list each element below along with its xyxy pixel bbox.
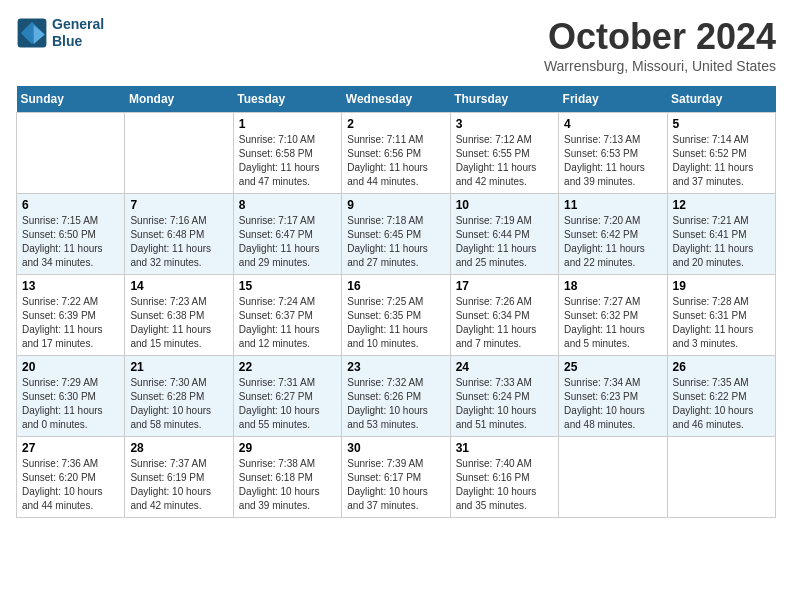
calendar-cell: 19Sunrise: 7:28 AM Sunset: 6:31 PM Dayli… [667,275,775,356]
day-number: 20 [22,360,119,374]
day-info: Sunrise: 7:34 AM Sunset: 6:23 PM Dayligh… [564,376,661,432]
day-info: Sunrise: 7:32 AM Sunset: 6:26 PM Dayligh… [347,376,444,432]
day-number: 28 [130,441,227,455]
day-number: 21 [130,360,227,374]
day-number: 4 [564,117,661,131]
day-info: Sunrise: 7:39 AM Sunset: 6:17 PM Dayligh… [347,457,444,513]
day-number: 31 [456,441,553,455]
weekday-header: Tuesday [233,86,341,113]
calendar-cell: 21Sunrise: 7:30 AM Sunset: 6:28 PM Dayli… [125,356,233,437]
day-number: 19 [673,279,770,293]
day-number: 12 [673,198,770,212]
calendar-cell: 28Sunrise: 7:37 AM Sunset: 6:19 PM Dayli… [125,437,233,518]
day-info: Sunrise: 7:14 AM Sunset: 6:52 PM Dayligh… [673,133,770,189]
day-number: 30 [347,441,444,455]
calendar-cell: 22Sunrise: 7:31 AM Sunset: 6:27 PM Dayli… [233,356,341,437]
calendar-cell: 23Sunrise: 7:32 AM Sunset: 6:26 PM Dayli… [342,356,450,437]
day-info: Sunrise: 7:17 AM Sunset: 6:47 PM Dayligh… [239,214,336,270]
calendar-cell: 30Sunrise: 7:39 AM Sunset: 6:17 PM Dayli… [342,437,450,518]
day-number: 17 [456,279,553,293]
calendar-cell: 3Sunrise: 7:12 AM Sunset: 6:55 PM Daylig… [450,113,558,194]
day-number: 9 [347,198,444,212]
calendar-cell: 20Sunrise: 7:29 AM Sunset: 6:30 PM Dayli… [17,356,125,437]
calendar-body: 1Sunrise: 7:10 AM Sunset: 6:58 PM Daylig… [17,113,776,518]
month-title: October 2024 [544,16,776,58]
day-info: Sunrise: 7:20 AM Sunset: 6:42 PM Dayligh… [564,214,661,270]
day-number: 1 [239,117,336,131]
day-number: 5 [673,117,770,131]
day-info: Sunrise: 7:40 AM Sunset: 6:16 PM Dayligh… [456,457,553,513]
day-number: 24 [456,360,553,374]
calendar-cell: 24Sunrise: 7:33 AM Sunset: 6:24 PM Dayli… [450,356,558,437]
day-info: Sunrise: 7:21 AM Sunset: 6:41 PM Dayligh… [673,214,770,270]
calendar-cell: 16Sunrise: 7:25 AM Sunset: 6:35 PM Dayli… [342,275,450,356]
calendar-cell: 27Sunrise: 7:36 AM Sunset: 6:20 PM Dayli… [17,437,125,518]
calendar-week-row: 13Sunrise: 7:22 AM Sunset: 6:39 PM Dayli… [17,275,776,356]
day-number: 3 [456,117,553,131]
calendar-cell: 5Sunrise: 7:14 AM Sunset: 6:52 PM Daylig… [667,113,775,194]
day-number: 15 [239,279,336,293]
calendar-cell: 1Sunrise: 7:10 AM Sunset: 6:58 PM Daylig… [233,113,341,194]
day-number: 25 [564,360,661,374]
day-info: Sunrise: 7:38 AM Sunset: 6:18 PM Dayligh… [239,457,336,513]
logo: General Blue [16,16,104,50]
day-number: 18 [564,279,661,293]
calendar-cell: 11Sunrise: 7:20 AM Sunset: 6:42 PM Dayli… [559,194,667,275]
logo-icon [16,17,48,49]
page-header: General Blue October 2024 Warrensburg, M… [16,16,776,74]
calendar-week-row: 27Sunrise: 7:36 AM Sunset: 6:20 PM Dayli… [17,437,776,518]
weekday-header: Friday [559,86,667,113]
day-info: Sunrise: 7:25 AM Sunset: 6:35 PM Dayligh… [347,295,444,351]
weekday-header: Thursday [450,86,558,113]
day-number: 2 [347,117,444,131]
header-row: SundayMondayTuesdayWednesdayThursdayFrid… [17,86,776,113]
calendar-cell: 17Sunrise: 7:26 AM Sunset: 6:34 PM Dayli… [450,275,558,356]
calendar-cell: 2Sunrise: 7:11 AM Sunset: 6:56 PM Daylig… [342,113,450,194]
day-info: Sunrise: 7:36 AM Sunset: 6:20 PM Dayligh… [22,457,119,513]
day-number: 11 [564,198,661,212]
day-number: 14 [130,279,227,293]
day-number: 6 [22,198,119,212]
calendar-cell: 12Sunrise: 7:21 AM Sunset: 6:41 PM Dayli… [667,194,775,275]
calendar-cell: 4Sunrise: 7:13 AM Sunset: 6:53 PM Daylig… [559,113,667,194]
day-info: Sunrise: 7:13 AM Sunset: 6:53 PM Dayligh… [564,133,661,189]
day-info: Sunrise: 7:10 AM Sunset: 6:58 PM Dayligh… [239,133,336,189]
calendar-week-row: 20Sunrise: 7:29 AM Sunset: 6:30 PM Dayli… [17,356,776,437]
calendar-cell: 7Sunrise: 7:16 AM Sunset: 6:48 PM Daylig… [125,194,233,275]
day-info: Sunrise: 7:27 AM Sunset: 6:32 PM Dayligh… [564,295,661,351]
day-info: Sunrise: 7:30 AM Sunset: 6:28 PM Dayligh… [130,376,227,432]
title-block: October 2024 Warrensburg, Missouri, Unit… [544,16,776,74]
day-number: 23 [347,360,444,374]
day-info: Sunrise: 7:19 AM Sunset: 6:44 PM Dayligh… [456,214,553,270]
day-info: Sunrise: 7:26 AM Sunset: 6:34 PM Dayligh… [456,295,553,351]
day-number: 29 [239,441,336,455]
day-info: Sunrise: 7:37 AM Sunset: 6:19 PM Dayligh… [130,457,227,513]
calendar-cell: 29Sunrise: 7:38 AM Sunset: 6:18 PM Dayli… [233,437,341,518]
day-info: Sunrise: 7:22 AM Sunset: 6:39 PM Dayligh… [22,295,119,351]
calendar-table: SundayMondayTuesdayWednesdayThursdayFrid… [16,86,776,518]
day-number: 13 [22,279,119,293]
day-info: Sunrise: 7:28 AM Sunset: 6:31 PM Dayligh… [673,295,770,351]
calendar-cell [125,113,233,194]
calendar-cell: 9Sunrise: 7:18 AM Sunset: 6:45 PM Daylig… [342,194,450,275]
weekday-header: Sunday [17,86,125,113]
calendar-cell [667,437,775,518]
weekday-header: Monday [125,86,233,113]
day-number: 16 [347,279,444,293]
calendar-cell: 6Sunrise: 7:15 AM Sunset: 6:50 PM Daylig… [17,194,125,275]
day-info: Sunrise: 7:12 AM Sunset: 6:55 PM Dayligh… [456,133,553,189]
location-title: Warrensburg, Missouri, United States [544,58,776,74]
day-number: 7 [130,198,227,212]
day-number: 22 [239,360,336,374]
day-info: Sunrise: 7:35 AM Sunset: 6:22 PM Dayligh… [673,376,770,432]
day-info: Sunrise: 7:16 AM Sunset: 6:48 PM Dayligh… [130,214,227,270]
calendar-header: SundayMondayTuesdayWednesdayThursdayFrid… [17,86,776,113]
day-info: Sunrise: 7:33 AM Sunset: 6:24 PM Dayligh… [456,376,553,432]
weekday-header: Wednesday [342,86,450,113]
calendar-cell [17,113,125,194]
calendar-week-row: 1Sunrise: 7:10 AM Sunset: 6:58 PM Daylig… [17,113,776,194]
day-info: Sunrise: 7:31 AM Sunset: 6:27 PM Dayligh… [239,376,336,432]
day-number: 10 [456,198,553,212]
day-info: Sunrise: 7:24 AM Sunset: 6:37 PM Dayligh… [239,295,336,351]
calendar-cell: 13Sunrise: 7:22 AM Sunset: 6:39 PM Dayli… [17,275,125,356]
